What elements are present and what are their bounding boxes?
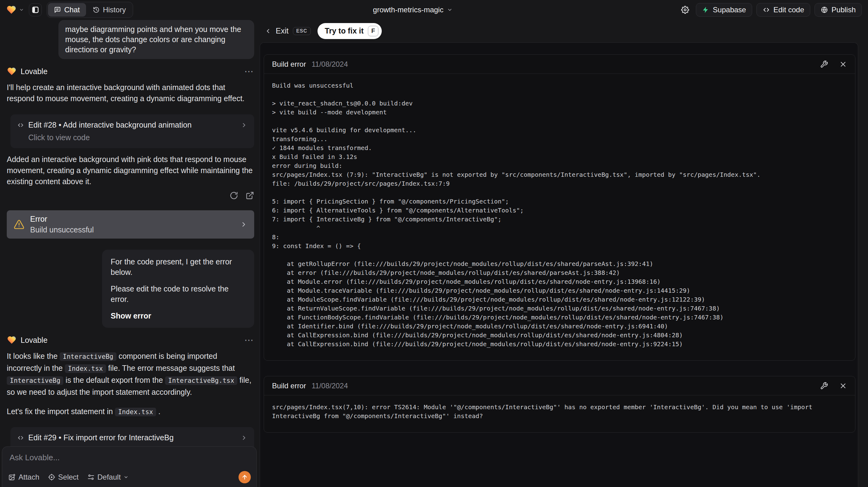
exit-button[interactable]: Exit ESC xyxy=(265,26,311,35)
message-actions xyxy=(7,191,254,200)
build-error-panel-2-body[interactable]: src/pages/Index.tsx(7,10): error TS2614:… xyxy=(264,395,855,432)
build-log: Build was unsuccessful > vite_react_shad… xyxy=(272,81,847,348)
assistant-name: Lovable xyxy=(21,67,48,76)
code-brackets-icon xyxy=(17,434,24,441)
target-icon xyxy=(48,474,55,481)
panel-date: 11/08/2024 xyxy=(312,60,348,68)
error-card-subtitle: Build unsuccessful xyxy=(30,225,94,234)
lovable-heart-icon xyxy=(6,5,17,15)
followup-line-2: Please edit the code to resolve the erro… xyxy=(111,283,246,304)
build-error-card[interactable]: Error Build unsuccessful xyxy=(7,210,254,239)
fix-wrench-icon[interactable] xyxy=(820,382,828,390)
show-error-link[interactable]: Show error xyxy=(111,310,246,321)
edit-code-button[interactable]: Edit code xyxy=(756,3,810,17)
chat-scroll-area[interactable]: maybe diagramming points and when you mo… xyxy=(0,19,260,461)
workspace-panel: Exit ESC Try to fix it F Build error 11/… xyxy=(260,19,858,487)
chevron-right-icon xyxy=(241,434,247,441)
assistant-paragraph-rich: Let's fix the import statement in Index.… xyxy=(7,406,254,418)
chat-input[interactable]: Ask Lovable... xyxy=(9,453,249,462)
build-error-panel-2-header: Build error 11/08/2024 xyxy=(264,376,855,395)
tab-history-label: History xyxy=(103,5,126,14)
select-button[interactable]: Select xyxy=(48,473,79,482)
project-name: growth-metrics-magic xyxy=(373,5,443,14)
chat-history-tabs: Chat History xyxy=(47,2,133,18)
error-card-title: Error xyxy=(30,215,94,223)
history-icon xyxy=(93,6,100,13)
chevron-right-icon xyxy=(241,122,247,128)
toggle-sidebar-button[interactable] xyxy=(29,3,42,16)
build-error-panel-1-header: Build error 11/08/2024 xyxy=(264,55,855,74)
error-followup-message: For the code present, I get the error be… xyxy=(102,250,254,328)
panel-date: 11/08/2024 xyxy=(312,382,348,390)
close-icon[interactable] xyxy=(839,60,847,68)
esc-key-badge: ESC xyxy=(293,27,311,35)
publish-label: Publish xyxy=(831,5,856,14)
sliders-icon xyxy=(87,474,95,481)
panel-title: Build error xyxy=(272,382,306,390)
supabase-icon xyxy=(702,6,709,13)
workspace-content-card: Build error 11/08/2024 Build was unsucce… xyxy=(260,42,858,487)
edit-28-card[interactable]: Edit #28 • Add interactive background an… xyxy=(10,114,254,148)
chevron-left-icon xyxy=(265,28,271,34)
fix-wrench-icon[interactable] xyxy=(820,60,828,68)
code-brackets-icon xyxy=(763,6,770,13)
image-plus-icon xyxy=(8,474,16,481)
chevron-down-icon xyxy=(19,7,24,12)
project-switcher[interactable]: growth-metrics-magic xyxy=(373,5,453,14)
build-error-panel-1-body[interactable]: Build was unsuccessful > vite_react_shad… xyxy=(264,74,855,360)
assistant-paragraph: I'll help create an interactive backgrou… xyxy=(7,82,254,104)
f-key-badge: F xyxy=(368,26,378,36)
chevron-down-icon xyxy=(124,475,128,480)
chat-composer[interactable]: Ask Lovable... Attach Select xyxy=(2,447,257,487)
model-selector[interactable]: Default xyxy=(87,473,128,482)
assistant-message-header: Lovable ⋯ xyxy=(7,335,254,345)
exit-label: Exit xyxy=(276,26,289,35)
workspace-toolbar: Exit ESC Try to fix it F xyxy=(260,19,858,42)
build-error-panel-1: Build error 11/08/2024 Build was unsucce… xyxy=(264,54,856,361)
build-log: src/pages/Index.tsx(7,10): error TS2614:… xyxy=(272,403,813,421)
gear-icon xyxy=(681,6,689,14)
fix-button-label: Try to fix it xyxy=(325,26,364,35)
edit-29-title: Edit #29 • Fix import error for Interact… xyxy=(28,433,174,442)
tab-chat-label: Chat xyxy=(64,5,80,14)
attach-label: Attach xyxy=(19,473,39,482)
edit-code-label: Edit code xyxy=(773,5,804,14)
chevron-right-icon xyxy=(240,221,247,228)
supabase-label: Supabase xyxy=(713,5,746,14)
edit-28-subtitle: Click to view code xyxy=(28,133,247,142)
publish-button[interactable]: Publish xyxy=(814,3,862,17)
lovable-heart-icon xyxy=(7,335,17,345)
supabase-button[interactable]: Supabase xyxy=(696,3,752,17)
arrow-up-icon xyxy=(241,474,248,481)
try-to-fix-button[interactable]: Try to fix it F xyxy=(317,23,382,39)
open-external-icon[interactable] xyxy=(246,191,254,200)
build-error-panel-2: Build error 11/08/2024 src/pages/Index.t… xyxy=(264,376,856,433)
tab-chat[interactable]: Chat xyxy=(48,3,86,17)
user-message-bubble: maybe diagramming points and when you mo… xyxy=(58,20,254,59)
select-label: Select xyxy=(58,473,79,482)
model-label: Default xyxy=(97,473,121,482)
panel-left-icon xyxy=(32,6,39,13)
attach-button[interactable]: Attach xyxy=(8,473,39,482)
assistant-paragraph-rich: It looks like the InteractiveBg componen… xyxy=(7,351,254,398)
more-options-icon[interactable]: ⋯ xyxy=(244,337,254,343)
lovable-logo-menu[interactable] xyxy=(6,5,24,15)
more-options-icon[interactable]: ⋯ xyxy=(244,68,254,74)
close-icon[interactable] xyxy=(839,382,847,390)
chat-sidebar: maybe diagramming points and when you mo… xyxy=(0,19,260,487)
code-brackets-icon xyxy=(17,122,24,128)
retry-icon[interactable] xyxy=(229,191,238,200)
send-button[interactable] xyxy=(239,471,251,483)
assistant-paragraph: Added an interactive background with pin… xyxy=(7,154,254,187)
warning-triangle-icon xyxy=(13,219,25,230)
followup-line-1: For the code present, I get the error be… xyxy=(111,256,246,277)
panel-title: Build error xyxy=(272,60,306,68)
assistant-message-header: Lovable ⋯ xyxy=(7,66,254,76)
assistant-name: Lovable xyxy=(21,336,48,345)
lovable-heart-icon xyxy=(7,66,17,76)
settings-button[interactable] xyxy=(679,3,691,16)
edit-28-title: Edit #28 • Add interactive background an… xyxy=(28,121,191,129)
message-square-icon xyxy=(54,6,61,13)
tab-history[interactable]: History xyxy=(87,3,132,17)
chevron-down-icon xyxy=(447,7,453,12)
